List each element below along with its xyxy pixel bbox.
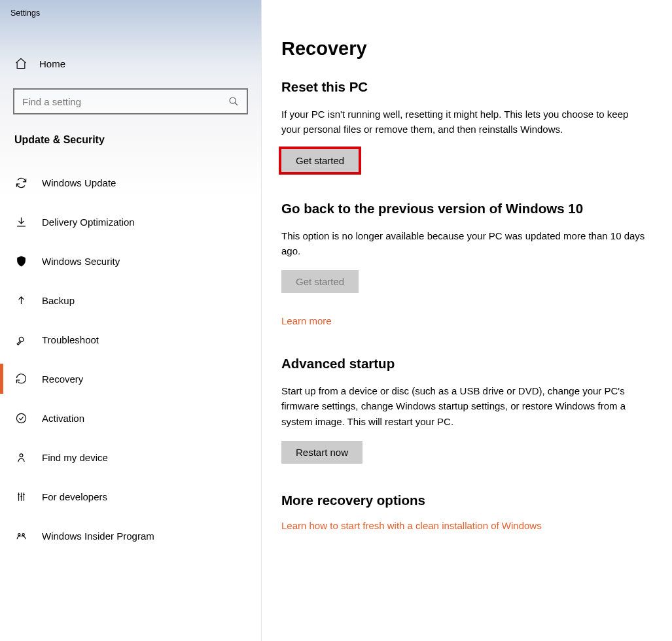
sidebar-item-label: Recovery	[42, 373, 83, 385]
section-reset-pc: Reset this PC If your PC isn't running w…	[281, 79, 652, 172]
sidebar-item-recovery[interactable]: Recovery	[0, 359, 261, 398]
svg-point-1	[16, 413, 26, 423]
sidebar-item-windows-security[interactable]: Windows Security	[0, 241, 261, 281]
goback-learn-more-link[interactable]: Learn more	[281, 315, 332, 326]
section-go-back: Go back to the previous version of Windo…	[281, 201, 652, 328]
shield-icon	[14, 254, 27, 268]
sidebar-item-for-developers[interactable]: For developers	[0, 477, 261, 516]
section-advanced-startup: Advanced startup Start up from a device …	[281, 356, 652, 464]
sidebar-section-header: Update & Security	[0, 128, 261, 159]
section-more-recovery: More recovery options Learn how to start…	[281, 493, 652, 532]
goback-body: This option is no longer available becau…	[281, 228, 648, 259]
search-icon	[228, 96, 239, 107]
sidebar-item-label: Delivery Optimization	[42, 217, 135, 228]
advanced-heading: Advanced startup	[281, 356, 652, 372]
location-icon	[14, 451, 27, 464]
page-title: Recovery	[281, 38, 652, 60]
main-content: Recovery Reset this PC If your PC isn't …	[262, 0, 672, 641]
sync-icon	[14, 176, 27, 189]
developers-icon	[14, 490, 27, 503]
search-input[interactable]	[14, 90, 247, 113]
sidebar-item-label: Windows Insider Program	[42, 530, 154, 542]
sidebar-item-find-my-device[interactable]: Find my device	[0, 438, 261, 477]
sidebar-item-label: Windows Security	[42, 256, 120, 267]
sidebar-item-troubleshoot[interactable]: Troubleshoot	[0, 320, 261, 359]
insider-icon	[14, 529, 27, 542]
home-icon	[14, 57, 27, 70]
wrench-icon	[14, 333, 27, 346]
check-circle-icon	[14, 411, 27, 424]
advanced-body: Start up from a device or disc (such as …	[281, 383, 648, 429]
sidebar-item-delivery-optimization[interactable]: Delivery Optimization	[0, 202, 261, 241]
sidebar-item-backup[interactable]: Backup	[0, 281, 261, 320]
sidebar-item-label: For developers	[42, 491, 107, 502]
sidebar-item-label: Backup	[42, 295, 75, 306]
sidebar-item-activation[interactable]: Activation	[0, 398, 261, 438]
sidebar-item-windows-update[interactable]: Windows Update	[0, 163, 261, 202]
restart-now-button[interactable]: Restart now	[281, 441, 363, 464]
reset-get-started-button[interactable]: Get started	[281, 149, 359, 172]
recovery-icon	[14, 372, 27, 385]
nav-home[interactable]: Home	[0, 49, 261, 78]
sidebar-item-label: Activation	[42, 413, 84, 424]
sidebar-item-windows-insider[interactable]: Windows Insider Program	[0, 516, 261, 555]
window-title: Settings	[0, 0, 261, 23]
svg-point-0	[230, 97, 236, 103]
reset-body: If your PC isn't running well, resetting…	[281, 107, 648, 137]
download-icon	[14, 215, 27, 228]
sidebar: Settings Home Update & Security	[0, 0, 262, 641]
sidebar-item-label: Windows Update	[42, 177, 116, 188]
goback-heading: Go back to the previous version of Windo…	[281, 201, 652, 217]
nav-home-label: Home	[39, 58, 65, 69]
sidebar-item-label: Find my device	[42, 452, 108, 463]
svg-point-3	[18, 533, 20, 535]
start-fresh-link[interactable]: Learn how to start fresh with a clean in…	[281, 520, 542, 531]
reset-heading: Reset this PC	[281, 79, 652, 95]
search-box[interactable]	[13, 88, 248, 114]
svg-point-2	[20, 453, 23, 457]
svg-point-4	[22, 533, 24, 535]
sidebar-item-label: Troubleshoot	[42, 334, 99, 345]
goback-get-started-button: Get started	[281, 270, 359, 293]
backup-icon	[14, 294, 27, 307]
more-heading: More recovery options	[281, 493, 652, 508]
